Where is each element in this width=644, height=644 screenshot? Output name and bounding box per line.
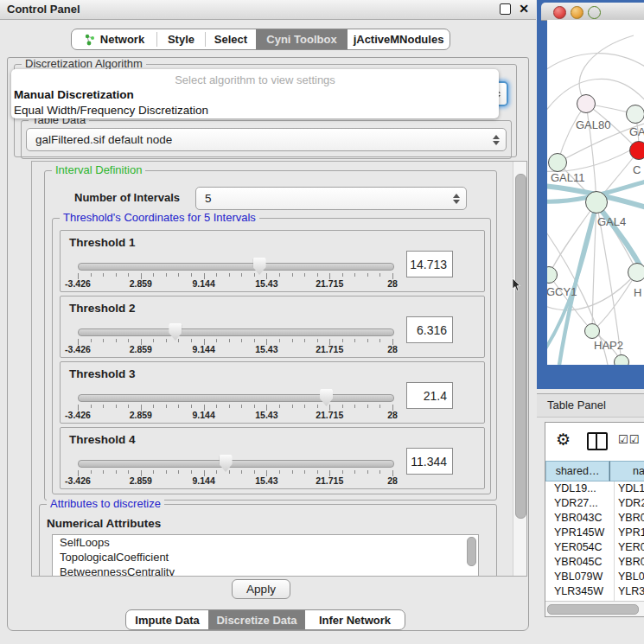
interval-definition-group: Interval Definition Number of Intervals …	[44, 170, 497, 501]
table-panel-header: Table Panel	[537, 393, 644, 418]
network-canvas[interactable]: GAL80GACGAL11GAL4GCY1HHAP2	[547, 20, 644, 365]
tab-cyni-toolbox[interactable]: Cyni Toolbox	[256, 29, 348, 49]
tab-jactivemnodules[interactable]: jActiveMNodules	[348, 29, 450, 49]
scrollbar-thumb[interactable]	[547, 604, 639, 615]
threshold-label: Threshold 3	[69, 367, 136, 380]
close-icon[interactable]: ✕	[519, 3, 529, 15]
minimize-traffic-light[interactable]	[571, 6, 583, 19]
settings-scroll-pane: Interval Definition Number of Intervals …	[31, 161, 527, 577]
algorithm-dropdown-popup: Select algorithm to view settings Manual…	[11, 69, 499, 118]
table-panel-title: Table Panel	[547, 399, 606, 411]
select-columns-icon[interactable]: ☑☑	[618, 433, 640, 446]
network-node-red-node[interactable]	[629, 141, 644, 160]
slider-thumb[interactable]	[253, 258, 266, 275]
table-header-row: shared… na	[545, 461, 644, 481]
numerical-attributes-label: Numerical Attributes	[47, 517, 161, 530]
algorithm-placeholder: Select algorithm to view settings	[11, 73, 499, 87]
list-item[interactable]: TopologicalCoefficient	[53, 550, 478, 564]
table-row[interactable]: YER054CYER0	[545, 540, 644, 555]
node-label: GAL11	[551, 171, 585, 184]
node-label: HAP2	[594, 339, 623, 352]
tab-impute-data[interactable]: Impute Data	[126, 610, 208, 629]
stepper-arrows-icon	[489, 135, 503, 145]
threshold-value-field[interactable]: 21.4	[406, 382, 453, 409]
table-row[interactable]: YBR043CYBR0	[545, 511, 644, 526]
close-traffic-light[interactable]	[553, 6, 566, 19]
attributes-group: Attributes to discretize Numerical Attri…	[39, 504, 497, 577]
threshold-coordinates-group: Threshold's Coordinates for 5 Intervals …	[52, 218, 491, 494]
slider-track[interactable]	[78, 394, 394, 402]
network-window-titlebar	[541, 3, 644, 21]
list-scrollbar[interactable]	[467, 537, 476, 571]
network-node-GAL-partial[interactable]	[626, 105, 644, 124]
number-of-intervals-select[interactable]: 5	[195, 187, 467, 210]
threshold-panel: Threshold 3 -3.4262.8599.14415.4321.7152…	[60, 361, 485, 424]
network-node-bottom-partial[interactable]	[614, 354, 629, 365]
tab-discretize-data[interactable]: Discretize Data	[208, 610, 305, 629]
tab-network[interactable]: Network	[72, 29, 156, 49]
bottom-tabs: Impute Data Discretize Data Infer Networ…	[125, 609, 405, 630]
gear-icon[interactable]: ⚙	[556, 430, 571, 449]
network-node-H-partial[interactable]	[628, 263, 644, 282]
slider-thumb[interactable]	[169, 323, 182, 341]
interval-definition-title: Interval Definition	[52, 164, 145, 176]
apply-button[interactable]: Apply	[232, 579, 290, 599]
control-panel-tabs: Network Style Select Cyni Toolbox jActiv…	[71, 29, 450, 50]
numerical-attributes-list[interactable]: SelfLoopsTopologicalCoefficientBetweenne…	[52, 534, 479, 577]
tab-select[interactable]: Select	[206, 29, 256, 49]
network-view-window: GAL80GACGAL11GAL4GCY1HHAP2	[537, 0, 644, 389]
scrollbar-thumb[interactable]	[515, 174, 526, 519]
table-row[interactable]: YBL079WYBL0	[545, 570, 644, 584]
network-icon	[84, 34, 96, 46]
slider-thumb[interactable]	[220, 455, 233, 472]
attributes-group-title: Attributes to discretize	[47, 498, 164, 510]
table-row[interactable]: YLR345WYLR3	[545, 584, 644, 599]
threshold-panel: Threshold 4 -3.4262.8599.14415.4321.7152…	[60, 427, 485, 489]
slider-thumb[interactable]	[320, 389, 333, 406]
algorithm-option-equal-width[interactable]: Equal Width/Frequency Discretization	[11, 103, 499, 118]
threshold-panel: Threshold 2 -3.4262.8599.14415.4321.7152…	[60, 296, 485, 358]
node-label: GCY1	[547, 285, 577, 298]
table-data-select[interactable]: galFiltered.sif default node	[26, 128, 507, 151]
float-window-button[interactable]	[500, 3, 511, 15]
node-label: GAL80	[576, 118, 610, 131]
zoom-traffic-light[interactable]	[588, 6, 601, 19]
network-node-GAL4[interactable]	[585, 191, 608, 214]
tab-style[interactable]: Style	[157, 29, 205, 49]
node-label: H	[634, 286, 641, 299]
threshold-label: Threshold 1	[69, 236, 136, 249]
table-row[interactable]: YDR27...YDR2	[545, 496, 644, 511]
app-root: Control Panel ✕ Network Style Select Cyn…	[0, 0, 644, 644]
table-toolbar: ⚙ ☑☑	[545, 423, 644, 461]
columns-icon[interactable]	[587, 432, 608, 450]
slider-track[interactable]	[78, 460, 394, 468]
list-item[interactable]: BetweennessCentrality	[53, 564, 478, 577]
tab-infer-network[interactable]: Infer Network	[305, 610, 405, 629]
table-row[interactable]: YDL19...YDL1	[545, 481, 644, 496]
settings-scrollbar[interactable]	[513, 162, 526, 576]
column-divider	[614, 481, 615, 601]
table-row[interactable]: YPR145WYPR1	[545, 526, 644, 540]
table-hscrollbar[interactable]	[545, 601, 644, 617]
network-node-HAP2[interactable]	[584, 323, 600, 339]
algorithm-option-manual[interactable]: Manual Discretization	[11, 87, 499, 103]
column-header-name[interactable]: na	[609, 461, 644, 481]
node-label: C	[633, 163, 641, 176]
list-item[interactable]: SelfLoops	[53, 535, 478, 550]
table-row[interactable]: YBR045CYBR0	[545, 555, 644, 570]
network-node-GAL80[interactable]	[577, 94, 596, 113]
stepper-arrows-icon	[450, 194, 463, 204]
threshold-coordinates-title: Threshold's Coordinates for 5 Intervals	[60, 212, 259, 224]
node-label: GAL4	[597, 215, 626, 228]
threshold-value-field[interactable]: 14.713	[406, 251, 453, 277]
window-title: Control Panel	[7, 3, 80, 16]
control-panel-titlebar: Control Panel ✕	[0, 0, 536, 20]
threshold-value-field[interactable]: 11.344	[406, 448, 453, 475]
slider-track[interactable]	[78, 263, 394, 271]
mouse-cursor	[512, 278, 522, 292]
network-node-GAL11[interactable]	[548, 153, 567, 172]
column-header-shared[interactable]: shared…	[545, 461, 609, 481]
slider-track[interactable]	[78, 328, 394, 336]
threshold-label: Threshold 4	[69, 433, 136, 446]
threshold-value-field[interactable]: 6.316	[406, 316, 453, 343]
